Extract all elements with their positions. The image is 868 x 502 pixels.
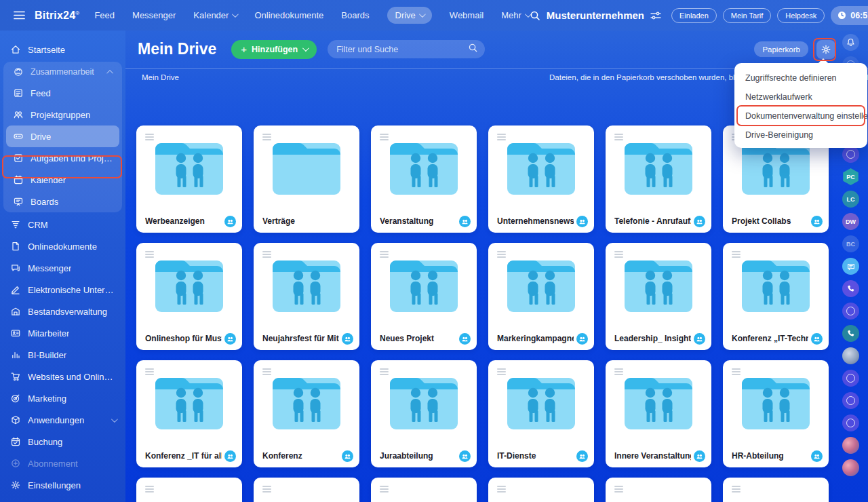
sidebar-item-onlinedokumente[interactable]: Onlinedokumente [3, 235, 122, 257]
folder-card[interactable]: Unternehmensnews [488, 125, 594, 233]
drive-settings-gear-button[interactable] [816, 40, 835, 59]
card-menu-icon[interactable] [145, 251, 154, 259]
filter-slider-icon[interactable] [650, 11, 661, 20]
card-menu-icon[interactable] [497, 368, 506, 376]
nav-mehr[interactable]: Mehr [501, 10, 530, 20]
card-menu-icon[interactable] [145, 134, 154, 142]
card-menu-icon[interactable] [380, 134, 389, 142]
sidebar-item-drive[interactable]: Drive [6, 125, 119, 147]
papierkorb-button[interactable]: Papierkorb [754, 41, 808, 57]
global-search[interactable]: Musterunternehmen [530, 9, 661, 21]
folder-card-partial[interactable] [371, 478, 477, 502]
sidebar-item-einstellungen[interactable]: Einstellungen [3, 474, 122, 496]
card-menu-icon[interactable] [262, 368, 271, 376]
spiral-icon[interactable] [842, 392, 859, 409]
search-icon[interactable] [468, 43, 478, 56]
folder-card[interactable]: Telefonie - Anrufaufzeich... [606, 125, 711, 233]
spiral-icon[interactable] [842, 303, 859, 320]
card-menu-icon[interactable] [145, 368, 154, 376]
sidebar-item-zusammenarbeit[interactable]: Zusammenarbeit [6, 62, 119, 82]
spiral-icon[interactable] [842, 146, 859, 163]
folder-card-partial[interactable] [723, 478, 829, 502]
card-menu-icon[interactable] [497, 486, 506, 494]
card-menu-icon[interactable] [262, 486, 271, 494]
bitrix24-logo[interactable]: Bitrix24® [35, 9, 79, 22]
folder-card[interactable]: Leadership_ Insights [606, 243, 711, 350]
card-menu-icon[interactable] [380, 251, 389, 259]
hamburger-menu-icon[interactable] [14, 11, 25, 20]
sidebar-item-aufgaben[interactable]: Aufgaben und Projek... [6, 147, 119, 169]
folder-card[interactable]: Werbeanzeigen [136, 125, 242, 233]
contact-avatar[interactable] [842, 459, 859, 476]
folder-card[interactable]: IT-Dienste [488, 360, 594, 467]
sidebar-item-buchung[interactable]: Buchung [3, 431, 122, 452]
folder-card[interactable]: Innere Veranstaltungen [606, 360, 711, 467]
badge-pc[interactable]: PC [842, 168, 859, 185]
sidebar-item-anwendungen[interactable]: Anwendungen [3, 409, 122, 431]
folder-card[interactable]: Veranstaltung [371, 125, 477, 233]
nav-webmail[interactable]: Webmail [450, 10, 484, 20]
card-menu-icon[interactable] [732, 486, 741, 494]
folder-card-partial[interactable] [136, 478, 242, 502]
card-menu-icon[interactable] [262, 134, 271, 142]
phone-icon[interactable] [842, 280, 859, 297]
notifications-bell-icon[interactable] [842, 34, 859, 51]
sidebar-item-elektronische-unterschrift[interactable]: Elektronische Untersc... [3, 279, 122, 301]
chat-bubble-icon[interactable] [842, 258, 859, 275]
menu-item-zugriffsrechte[interactable]: Zugriffsrechte definieren [734, 69, 867, 88]
breadcrumb[interactable]: Mein Drive [142, 73, 179, 81]
folder-card[interactable]: HR-Abteilung [723, 360, 829, 467]
card-menu-icon[interactable] [497, 134, 506, 142]
spiral-icon[interactable] [842, 414, 859, 431]
nav-boards[interactable]: Boards [341, 10, 369, 20]
folder-card[interactable]: Juraabteilung [371, 360, 477, 467]
phone-icon[interactable] [842, 325, 859, 342]
card-menu-icon[interactable] [614, 486, 623, 494]
folder-card[interactable]: Markeringkampagnen [488, 243, 594, 350]
folder-card[interactable]: Verträge [254, 125, 359, 233]
card-menu-icon[interactable] [145, 486, 154, 494]
mein-tarif-button[interactable]: Mein Tarif [723, 8, 771, 23]
contact-avatar[interactable] [842, 437, 859, 454]
menu-item-dokumentenverwaltung[interactable]: Dokumentenverwaltung einstellen [734, 107, 867, 125]
nav-drive[interactable]: Drive [387, 7, 432, 24]
folder-card-partial[interactable] [488, 478, 594, 502]
folder-card[interactable]: Neues Projekt [371, 243, 477, 350]
filter-search-input[interactable] [336, 45, 468, 54]
menu-item-netzwerklaufwerk[interactable]: Netzwerklaufwerk [734, 88, 867, 107]
nav-kalender[interactable]: Kalender [193, 10, 237, 20]
einladen-button[interactable]: Einladen [671, 8, 717, 23]
sidebar-item-bestandsverwaltung[interactable]: Bestandsverwaltung [3, 301, 122, 322]
work-timer[interactable]: 06:51 [831, 6, 868, 25]
sidebar-item-bi-builder[interactable]: BI-Builder [3, 344, 122, 366]
sidebar-item-kalender[interactable]: Kalender [6, 169, 119, 191]
sidebar-item-marketing[interactable]: Marketing [3, 387, 122, 409]
nav-messenger[interactable]: Messenger [132, 10, 176, 20]
sidebar-item-projektgruppen[interactable]: Projektgruppen [6, 104, 119, 125]
card-menu-icon[interactable] [380, 486, 389, 494]
card-menu-icon[interactable] [614, 134, 623, 142]
folder-card[interactable]: Konferenz [254, 360, 359, 467]
sidebar-item-abonnement[interactable]: Abonnement [3, 452, 122, 474]
nav-feed[interactable]: Feed [94, 10, 115, 20]
badge-dw[interactable]: DW [842, 213, 859, 230]
sidebar-item-startseite[interactable]: Startseite [3, 39, 122, 60]
sidebar-item-feed[interactable]: Feed [6, 82, 119, 104]
folder-card-partial[interactable] [254, 478, 359, 502]
sidebar-item-crm[interactable]: CRM [3, 214, 122, 235]
folder-card[interactable]: Onlineshop für Muster G... [136, 243, 242, 350]
card-menu-icon[interactable] [732, 251, 741, 259]
card-menu-icon[interactable] [262, 251, 271, 259]
folder-card-partial[interactable] [606, 478, 711, 502]
sidebar-item-boards[interactable]: Boards [6, 191, 119, 212]
contact-avatar[interactable] [842, 347, 859, 364]
folder-card[interactable]: Konferenz _IT für alle_ [136, 360, 242, 467]
company-name[interactable]: Musterunternehmen [547, 9, 644, 21]
badge-lc[interactable]: LC [842, 191, 859, 208]
sidebar-item-messenger[interactable]: Messenger [3, 257, 122, 279]
card-menu-icon[interactable] [614, 251, 623, 259]
card-menu-icon[interactable] [380, 368, 389, 376]
card-menu-icon[interactable] [614, 368, 623, 376]
folder-card[interactable]: Neujahrsfest für Mitarbei... [254, 243, 359, 350]
search-icon[interactable] [530, 10, 540, 21]
